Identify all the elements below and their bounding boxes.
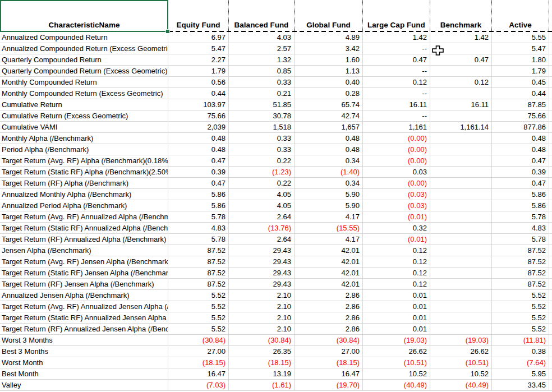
value-cell[interactable]: 29.43 xyxy=(229,268,295,279)
value-cell[interactable]: 42.01 xyxy=(295,279,363,290)
value-cell[interactable]: (1.23) xyxy=(229,167,295,178)
value-cell[interactable]: 5.52 xyxy=(492,324,549,335)
value-cell[interactable]: 0.48 xyxy=(492,133,549,144)
value-cell[interactable]: 5.78 xyxy=(492,234,549,245)
value-cell[interactable] xyxy=(430,155,492,167)
value-cell[interactable]: (15.55) xyxy=(295,223,363,234)
value-cell[interactable]: 1.42 xyxy=(363,32,430,43)
value-cell[interactable]: 5.78 xyxy=(168,211,229,223)
value-cell[interactable]: 0.21 xyxy=(229,88,295,99)
value-cell[interactable]: (0.01) xyxy=(363,211,430,223)
value-cell[interactable]: (1.40) xyxy=(295,167,363,178)
value-cell[interactable]: (0.00) xyxy=(363,133,430,144)
column-header-characteristicname[interactable]: CharacteristicName xyxy=(0,0,168,32)
value-cell[interactable] xyxy=(430,167,492,178)
value-cell[interactable]: (19.03) xyxy=(430,335,492,346)
characteristic-name-cell[interactable]: Quarterly Compounded Return xyxy=(0,54,168,66)
value-cell[interactable]: 5.47 xyxy=(168,43,229,54)
value-cell[interactable]: 2.10 xyxy=(229,312,295,324)
value-cell[interactable]: 6.97 xyxy=(168,32,229,43)
value-cell[interactable] xyxy=(430,245,492,256)
value-cell[interactable]: 75.66 xyxy=(168,110,229,122)
value-cell[interactable]: (0.03) xyxy=(363,189,430,200)
column-header-benchmark[interactable]: Benchmark xyxy=(430,0,492,32)
value-cell[interactable]: 0.01 xyxy=(363,301,430,312)
characteristic-name-cell[interactable]: Annualized Compounded Return xyxy=(0,32,168,43)
characteristic-name-cell[interactable]: Cumulative Return (Excess Geometric) xyxy=(0,110,168,122)
value-cell[interactable] xyxy=(430,144,492,155)
value-cell[interactable]: 1.13 xyxy=(295,66,363,77)
value-cell[interactable]: 0.33 xyxy=(229,133,295,144)
value-cell[interactable]: (10.51) xyxy=(430,357,492,368)
value-cell[interactable]: 0.39 xyxy=(492,167,549,178)
value-cell[interactable]: 2.10 xyxy=(229,301,295,312)
value-cell[interactable]: 5.86 xyxy=(168,200,229,211)
value-cell[interactable]: (40.49) xyxy=(430,380,492,391)
value-cell[interactable] xyxy=(430,324,492,335)
value-cell[interactable]: 1,518 xyxy=(229,122,295,133)
value-cell[interactable]: 51.85 xyxy=(229,99,295,110)
value-cell[interactable] xyxy=(430,290,492,301)
value-cell[interactable]: 4.17 xyxy=(295,211,363,223)
value-cell[interactable]: 0.47 xyxy=(492,178,549,189)
value-cell[interactable]: 2,039 xyxy=(168,122,229,133)
value-cell[interactable]: 0.32 xyxy=(363,223,430,234)
value-cell[interactable]: 30.78 xyxy=(229,110,295,122)
value-cell[interactable]: 4.89 xyxy=(295,32,363,43)
column-header-large-cap-fund[interactable]: Large Cap Fund xyxy=(363,0,430,32)
value-cell[interactable]: 87.52 xyxy=(492,279,549,290)
characteristic-name-cell[interactable]: Annualized Jensen Alpha (/Benchmark) xyxy=(0,290,168,301)
value-cell[interactable]: 0.01 xyxy=(363,312,430,324)
value-cell[interactable]: 29.43 xyxy=(229,256,295,268)
characteristic-name-cell[interactable]: Target Return (Static RF) Annualized Jen… xyxy=(0,312,168,324)
value-cell[interactable]: 877.86 xyxy=(492,122,549,133)
characteristic-name-cell[interactable]: Target Return (Static RF) Annualized Alp… xyxy=(0,223,168,234)
value-cell[interactable]: 27.00 xyxy=(168,346,229,357)
value-cell[interactable]: 2.57 xyxy=(229,43,295,54)
value-cell[interactable]: 103.97 xyxy=(168,99,229,110)
value-cell[interactable] xyxy=(430,279,492,290)
value-cell[interactable]: 0.47 xyxy=(492,155,549,167)
value-cell[interactable]: 65.74 xyxy=(295,99,363,110)
value-cell[interactable] xyxy=(430,88,492,99)
value-cell[interactable]: 1,161.14 xyxy=(430,122,492,133)
value-cell[interactable]: 2.86 xyxy=(295,324,363,335)
value-cell[interactable]: (11.81) xyxy=(492,335,549,346)
characteristic-name-cell[interactable]: Worst 3 Months xyxy=(0,335,168,346)
value-cell[interactable]: 1,161 xyxy=(363,122,430,133)
value-cell[interactable]: 0.33 xyxy=(229,77,295,88)
value-cell[interactable]: 5.86 xyxy=(492,200,549,211)
value-cell[interactable]: 26.62 xyxy=(363,346,430,357)
characteristic-name-cell[interactable]: Worst Month xyxy=(0,357,168,368)
value-cell[interactable]: 0.44 xyxy=(168,88,229,99)
characteristic-name-cell[interactable]: Best 3 Months xyxy=(0,346,168,357)
value-cell[interactable] xyxy=(430,178,492,189)
value-cell[interactable]: 4.83 xyxy=(492,223,549,234)
value-cell[interactable]: 5.52 xyxy=(492,290,549,301)
value-cell[interactable]: 13.19 xyxy=(229,368,295,380)
value-cell[interactable]: 5.52 xyxy=(492,312,549,324)
value-cell[interactable]: 5.52 xyxy=(168,324,229,335)
characteristic-name-cell[interactable]: Target Return (Static RF) Alpha (/Benchm… xyxy=(0,167,168,178)
characteristic-name-cell[interactable]: Annualized Compounded Return (Excess Geo… xyxy=(0,43,168,54)
value-cell[interactable]: 5.86 xyxy=(168,189,229,200)
value-cell[interactable]: 42.74 xyxy=(295,110,363,122)
value-cell[interactable]: (30.84) xyxy=(168,335,229,346)
value-cell[interactable]: 27.00 xyxy=(295,346,363,357)
value-cell[interactable]: 0.48 xyxy=(492,144,549,155)
value-cell[interactable]: 87.52 xyxy=(492,268,549,279)
value-cell[interactable]: 2.10 xyxy=(229,290,295,301)
column-header-global-fund[interactable]: Global Fund xyxy=(295,0,363,32)
value-cell[interactable]: 5.52 xyxy=(492,301,549,312)
value-cell[interactable]: -- xyxy=(363,110,430,122)
value-cell[interactable] xyxy=(430,268,492,279)
value-cell[interactable]: 42.01 xyxy=(295,256,363,268)
value-cell[interactable]: 0.48 xyxy=(168,133,229,144)
characteristic-name-cell[interactable]: Target Return (Avg. RF) Annualized Alpha… xyxy=(0,211,168,223)
value-cell[interactable] xyxy=(430,301,492,312)
value-cell[interactable]: 0.03 xyxy=(363,167,430,178)
value-cell[interactable]: 0.56 xyxy=(168,77,229,88)
value-cell[interactable]: (10.51) xyxy=(363,357,430,368)
value-cell[interactable]: (0.00) xyxy=(363,178,430,189)
value-cell[interactable]: 16.11 xyxy=(430,99,492,110)
